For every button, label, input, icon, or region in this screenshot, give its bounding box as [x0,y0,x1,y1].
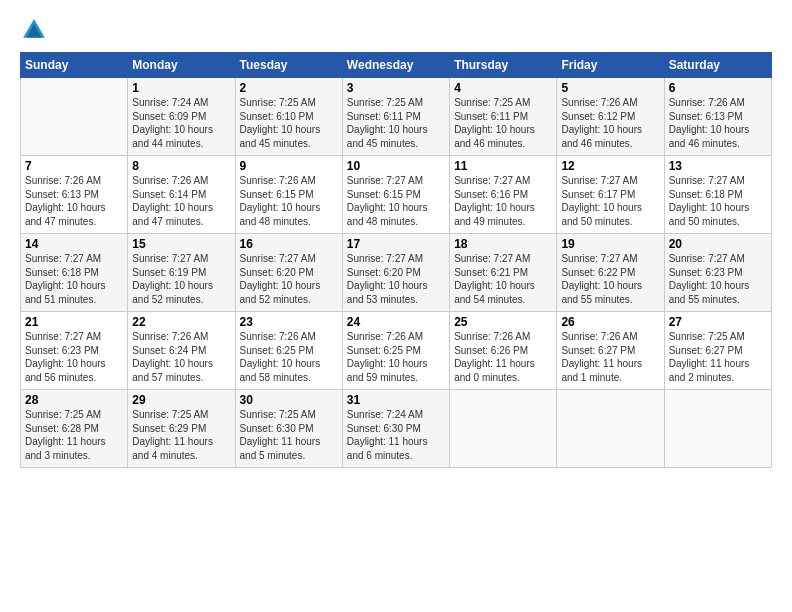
day-info: Sunrise: 7:27 AMSunset: 6:19 PMDaylight:… [132,252,230,306]
day-info-line: Daylight: 10 hours [132,123,230,137]
day-number: 26 [561,315,659,329]
day-info-line: Daylight: 10 hours [561,123,659,137]
day-cell: 8Sunrise: 7:26 AMSunset: 6:14 PMDaylight… [128,156,235,234]
day-info-line: Sunset: 6:09 PM [132,110,230,124]
day-cell: 19Sunrise: 7:27 AMSunset: 6:22 PMDayligh… [557,234,664,312]
day-info: Sunrise: 7:25 AMSunset: 6:29 PMDaylight:… [132,408,230,462]
header-cell-friday: Friday [557,53,664,78]
day-info-line: Sunrise: 7:25 AM [347,96,445,110]
day-info-line: Sunset: 6:13 PM [669,110,767,124]
day-info-line: and 5 minutes. [240,449,338,463]
day-info-line: Daylight: 10 hours [347,279,445,293]
day-info-line: Daylight: 10 hours [25,279,123,293]
day-cell: 11Sunrise: 7:27 AMSunset: 6:16 PMDayligh… [450,156,557,234]
day-number: 6 [669,81,767,95]
day-info: Sunrise: 7:27 AMSunset: 6:23 PMDaylight:… [25,330,123,384]
day-info-line: Daylight: 10 hours [347,123,445,137]
day-info: Sunrise: 7:24 AMSunset: 6:09 PMDaylight:… [132,96,230,150]
day-info-line: Sunrise: 7:26 AM [669,96,767,110]
day-info-line: and 47 minutes. [25,215,123,229]
day-info-line: and 54 minutes. [454,293,552,307]
day-info: Sunrise: 7:24 AMSunset: 6:30 PMDaylight:… [347,408,445,462]
day-info-line: and 51 minutes. [25,293,123,307]
week-row-1: 1Sunrise: 7:24 AMSunset: 6:09 PMDaylight… [21,78,772,156]
day-number: 8 [132,159,230,173]
day-cell: 7Sunrise: 7:26 AMSunset: 6:13 PMDaylight… [21,156,128,234]
day-info-line: Daylight: 11 hours [454,357,552,371]
day-info-line: and 50 minutes. [669,215,767,229]
day-info-line: Daylight: 11 hours [561,357,659,371]
day-info-line: Sunrise: 7:27 AM [454,174,552,188]
day-info-line: Sunset: 6:18 PM [25,266,123,280]
day-number: 17 [347,237,445,251]
day-info-line: Sunset: 6:12 PM [561,110,659,124]
day-info: Sunrise: 7:26 AMSunset: 6:12 PMDaylight:… [561,96,659,150]
day-info-line: Daylight: 10 hours [561,201,659,215]
day-number: 5 [561,81,659,95]
day-info: Sunrise: 7:26 AMSunset: 6:27 PMDaylight:… [561,330,659,384]
day-info-line: Sunset: 6:15 PM [347,188,445,202]
day-info-line: Daylight: 10 hours [454,201,552,215]
day-info-line: Sunrise: 7:26 AM [561,96,659,110]
day-info-line: Daylight: 10 hours [240,123,338,137]
day-info-line: Sunrise: 7:27 AM [25,330,123,344]
day-info-line: Daylight: 10 hours [454,123,552,137]
day-info-line: and 2 minutes. [669,371,767,385]
day-info-line: and 48 minutes. [240,215,338,229]
page: SundayMondayTuesdayWednesdayThursdayFrid… [0,0,792,478]
header-cell-sunday: Sunday [21,53,128,78]
day-info-line: Sunrise: 7:25 AM [669,330,767,344]
day-info-line: and 56 minutes. [25,371,123,385]
day-info-line: Sunset: 6:26 PM [454,344,552,358]
day-cell: 9Sunrise: 7:26 AMSunset: 6:15 PMDaylight… [235,156,342,234]
day-info-line: and 1 minute. [561,371,659,385]
day-info-line: Sunrise: 7:25 AM [454,96,552,110]
day-info-line: Daylight: 11 hours [347,435,445,449]
day-number: 12 [561,159,659,173]
day-number: 22 [132,315,230,329]
day-number: 7 [25,159,123,173]
day-info-line: Daylight: 11 hours [669,357,767,371]
day-cell: 18Sunrise: 7:27 AMSunset: 6:21 PMDayligh… [450,234,557,312]
week-row-3: 14Sunrise: 7:27 AMSunset: 6:18 PMDayligh… [21,234,772,312]
day-info-line: Sunrise: 7:27 AM [669,174,767,188]
day-info-line: and 59 minutes. [347,371,445,385]
day-cell: 27Sunrise: 7:25 AMSunset: 6:27 PMDayligh… [664,312,771,390]
day-number: 20 [669,237,767,251]
day-cell: 10Sunrise: 7:27 AMSunset: 6:15 PMDayligh… [342,156,449,234]
day-info-line: Daylight: 11 hours [25,435,123,449]
day-info-line: Daylight: 10 hours [347,201,445,215]
day-info: Sunrise: 7:26 AMSunset: 6:13 PMDaylight:… [669,96,767,150]
day-cell: 31Sunrise: 7:24 AMSunset: 6:30 PMDayligh… [342,390,449,468]
day-number: 16 [240,237,338,251]
day-cell: 4Sunrise: 7:25 AMSunset: 6:11 PMDaylight… [450,78,557,156]
day-info-line: Sunrise: 7:25 AM [240,96,338,110]
day-info-line: Sunrise: 7:26 AM [240,174,338,188]
day-info: Sunrise: 7:25 AMSunset: 6:30 PMDaylight:… [240,408,338,462]
header-cell-wednesday: Wednesday [342,53,449,78]
day-cell: 13Sunrise: 7:27 AMSunset: 6:18 PMDayligh… [664,156,771,234]
day-info-line: Sunset: 6:18 PM [669,188,767,202]
day-info-line: Sunrise: 7:26 AM [25,174,123,188]
day-cell: 29Sunrise: 7:25 AMSunset: 6:29 PMDayligh… [128,390,235,468]
day-number: 11 [454,159,552,173]
day-info: Sunrise: 7:27 AMSunset: 6:16 PMDaylight:… [454,174,552,228]
day-number: 1 [132,81,230,95]
day-info-line: and 46 minutes. [669,137,767,151]
day-info: Sunrise: 7:27 AMSunset: 6:15 PMDaylight:… [347,174,445,228]
day-info: Sunrise: 7:26 AMSunset: 6:25 PMDaylight:… [347,330,445,384]
day-info-line: Sunset: 6:14 PM [132,188,230,202]
day-info: Sunrise: 7:27 AMSunset: 6:20 PMDaylight:… [240,252,338,306]
day-info-line: Sunset: 6:27 PM [669,344,767,358]
calendar-table: SundayMondayTuesdayWednesdayThursdayFrid… [20,52,772,468]
day-info-line: and 46 minutes. [561,137,659,151]
day-number: 27 [669,315,767,329]
day-info-line: Daylight: 10 hours [669,201,767,215]
header [20,16,772,44]
day-number: 9 [240,159,338,173]
day-info-line: and 58 minutes. [240,371,338,385]
day-info: Sunrise: 7:25 AMSunset: 6:28 PMDaylight:… [25,408,123,462]
day-info-line: Daylight: 11 hours [132,435,230,449]
day-info-line: Sunset: 6:25 PM [240,344,338,358]
day-cell: 1Sunrise: 7:24 AMSunset: 6:09 PMDaylight… [128,78,235,156]
